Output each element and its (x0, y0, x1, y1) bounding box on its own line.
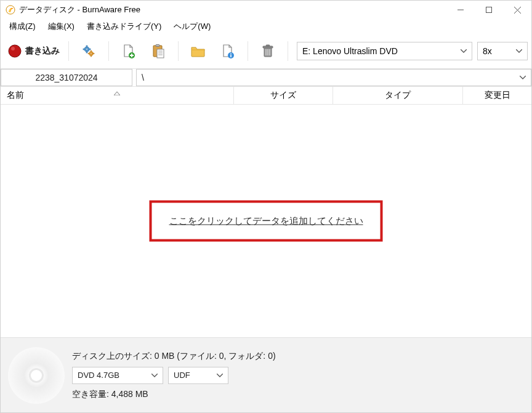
trash-icon (262, 44, 274, 58)
svg-point-15 (91, 53, 92, 54)
clipboard-paste-icon (151, 44, 165, 58)
file-info-icon (221, 44, 235, 58)
menu-drive[interactable]: 書き込みドライブ(Y) (81, 20, 167, 33)
path-value: \ (142, 73, 144, 82)
paste-button[interactable] (143, 40, 173, 62)
svg-point-7 (11, 47, 15, 50)
gears-icon (82, 44, 95, 58)
speed-select[interactable]: 8x (477, 42, 528, 60)
disc-type-select[interactable]: DVD 4.7GB (72, 367, 163, 384)
svg-point-9 (86, 49, 88, 50)
filesystem-value: UDF (174, 371, 190, 380)
file-properties-button[interactable] (213, 40, 243, 62)
menu-edit[interactable]: 編集(X) (42, 20, 81, 33)
app-icon (6, 5, 15, 15)
burn-button-label: 書き込み (25, 46, 60, 57)
chevron-down-icon (461, 49, 467, 53)
window-title: データディスク - BurnAware Free (19, 4, 140, 15)
add-file-button[interactable] (114, 40, 143, 62)
disc-icon (8, 347, 65, 404)
svg-rect-19 (93, 53, 95, 54)
toolbar: 書き込み (1, 34, 531, 68)
svg-rect-10 (86, 46, 87, 47)
svg-rect-2 (486, 7, 492, 13)
svg-rect-12 (83, 49, 85, 50)
filesystem-select[interactable]: UDF (168, 367, 228, 384)
sort-asc-icon (114, 87, 120, 97)
column-name[interactable]: 名前 (1, 87, 234, 104)
options-button[interactable] (74, 40, 103, 62)
svg-rect-18 (88, 53, 90, 54)
file-column-headers: 名前 サイズ タイプ 変更日 (1, 86, 531, 105)
disc-size-line: ディスク上のサイズ: 0 MB (ファイル: 0, フォルダ: 0) (72, 351, 276, 362)
new-folder-button[interactable] (183, 40, 213, 62)
maximize-button[interactable] (475, 1, 503, 19)
column-type[interactable]: タイプ (333, 87, 463, 104)
svg-rect-32 (266, 45, 270, 46)
record-icon (8, 44, 22, 58)
burn-button[interactable]: 書き込み (4, 40, 63, 62)
folder-icon (191, 45, 206, 57)
column-size[interactable]: サイズ (234, 87, 333, 104)
svg-rect-11 (86, 51, 87, 53)
free-space-line: 空き容量: 4,488 MB (72, 389, 276, 400)
status-panel: ディスク上のサイズ: 0 MB (ファイル: 0, フォルダ: 0) DVD 4… (1, 337, 531, 412)
menu-compose[interactable]: 構成(Z) (3, 20, 42, 33)
svg-rect-22 (156, 45, 159, 47)
chevron-down-icon (516, 49, 522, 53)
minimize-button[interactable] (446, 1, 475, 19)
path-input[interactable]: \ (136, 69, 531, 86)
chevron-down-icon (151, 374, 158, 377)
file-list-area[interactable]: ここをクリックしてデータを追加してください (1, 105, 531, 337)
drive-select[interactable]: E: Lenovo Ultraslim DVD (297, 42, 472, 60)
svg-rect-17 (91, 55, 92, 57)
menu-bar: 構成(Z) 編集(X) 書き込みドライブ(Y) ヘルプ(W) (1, 19, 531, 34)
file-add-icon (122, 44, 135, 58)
disc-name-input[interactable]: 2238_31072024 (1, 69, 132, 86)
svg-rect-29 (230, 55, 232, 57)
chevron-down-icon (217, 374, 223, 377)
title-bar: データディスク - BurnAware Free (1, 1, 531, 19)
column-date[interactable]: 変更日 (463, 87, 531, 104)
add-data-hint[interactable]: ここをクリックしてデータを追加してください (150, 201, 383, 242)
svg-rect-23 (157, 49, 164, 58)
speed-select-value: 8x (483, 46, 492, 56)
disc-type-value: DVD 4.7GB (78, 371, 119, 380)
svg-rect-13 (89, 49, 91, 50)
drive-select-value: E: Lenovo Ultraslim DVD (302, 46, 398, 56)
project-name-path-row: 2238_31072024 \ (1, 68, 531, 86)
svg-rect-16 (91, 50, 92, 52)
close-button[interactable] (503, 1, 531, 19)
chevron-down-icon (520, 76, 526, 79)
delete-button[interactable] (253, 40, 283, 62)
add-data-hint-link[interactable]: ここをクリックしてデータを追加してください (169, 215, 363, 226)
svg-point-28 (230, 54, 232, 55)
menu-help[interactable]: ヘルプ(W) (167, 20, 217, 33)
disc-name-value: 2238_31072024 (35, 73, 97, 82)
